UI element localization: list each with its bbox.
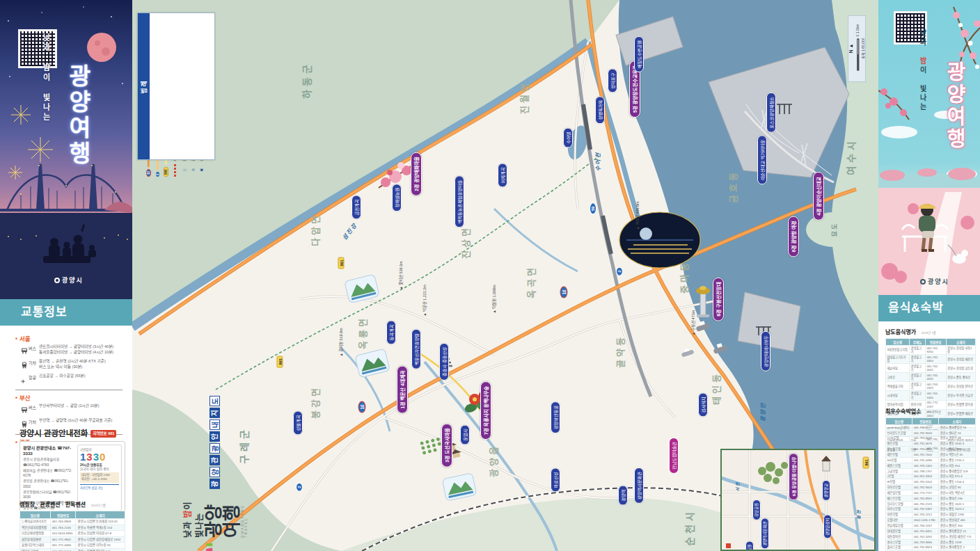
table-row: 삼대불고기초가집광양불고기061-762-4400광양시 광양읍 매천로 (886, 355, 976, 364)
table-cell: 광양시 옥곡면 신금로 (946, 391, 975, 400)
table-cell: 광양시 백운1로 33 (938, 452, 975, 458)
lodging-table: 업소명전화번호소재지good day(굿데이)061-798-8077광양시 중… (885, 417, 976, 551)
table-cell: 마린모텔 (886, 512, 912, 518)
map-label: 정병욱가옥 (595, 96, 605, 124)
cover-title: 광양여행 (61, 64, 95, 167)
scale-box: N ▲ 0 1 2km 축척 1:65,000 (848, 15, 866, 82)
table-row: 느랭이골자연리조트061-763-9909광양시 다압면 토끼재길 119-32 (20, 519, 125, 525)
table-cell: 광양시 광양읍 매천로 771 (938, 534, 975, 539)
local-route-shield: 865 (277, 356, 283, 367)
table-row: 현대장모텔061-791-8451광양시 중마중앙로 41 (886, 529, 976, 534)
city-logo-icon (920, 279, 926, 285)
table-cell: 전남제일호텔 (886, 523, 912, 529)
district-label: 옥곡면 (524, 265, 537, 298)
table-cell: 광양불고기 (910, 373, 926, 382)
table-cell: 광양시 광양읍 서천1길 (946, 346, 975, 355)
museum-label: 전남도립미술관 (669, 438, 679, 474)
left-cover-panel: 낮과 밤이 빛나는 광양여행 광양시 교통정보 •서울버스센트럴시티터미널 → … (0, 0, 132, 551)
district-label: 다압면 (308, 213, 322, 246)
table-row: 홍쌍리한옥스테이061-772-4066광양시 다압면 지막1길 55 (20, 543, 125, 549)
table-cell: 해남식당 (886, 364, 910, 373)
table-row: good day(굿데이)061-798-8077광양시 중마중앙로 56 (886, 425, 976, 431)
moon (87, 33, 116, 62)
column-header: 소재지 (938, 418, 975, 425)
table-cell: 광양시 광양읍 매천로 (946, 355, 975, 364)
table-cell: 더푸른펜션캠핑장 (20, 531, 51, 537)
phone-entry: 광양시 문화관광해설사회 ☎061)752-4783 (23, 457, 75, 468)
table-cell: 061-798-1767 (912, 468, 939, 474)
table-cell: 고바우 (886, 373, 910, 382)
district-label: 옥룡면 (356, 316, 369, 349)
traffic-info-body: •서울버스센트럴시티터미널 → 광양터미널 (3시간 40분)동서울종합터미널 … (0, 326, 132, 430)
phone-entry: 매화마을 관광안내소 ☎061)772-4178 (23, 468, 75, 479)
national-route-shield: 59 (590, 203, 596, 215)
table-row: 전남제일호텔061-794-1057광양시 중마로 300 (886, 523, 976, 529)
camping-pension-block: 캠핑장 · 관광펜션 · 한옥펜션 2023년 1월 업소명전화번호소재지느랭이… (0, 497, 132, 551)
legend-sample (174, 163, 176, 177)
column-header: 업소명 (20, 511, 51, 519)
cover-tagline: 낮과 밤이 빛나는 (917, 29, 928, 112)
island-label: 묘도 (830, 223, 839, 237)
legend-shield: 2 (156, 172, 159, 177)
hotline-kakao: 카카오톡 상담 가능 (80, 484, 119, 490)
peak-label: ▲ 쫓비산 536.5m (398, 261, 404, 289)
table-cell: 광양시 마동 백운3로 (938, 490, 975, 496)
table-cell: 광양시 광장로 48 (938, 436, 975, 441)
table-cell: 061-762-4400 (925, 355, 946, 364)
table-cell: 히어로모텔 (886, 485, 912, 490)
map-label: 김시식지 (698, 393, 708, 417)
map-label: 청매실농원 (392, 184, 402, 211)
table-row: W모텔061-792-5100광양시 중동 1704-4 (886, 479, 976, 485)
legend-shield: 10 (146, 169, 151, 177)
table-cell: 061-773-7727 (912, 490, 939, 496)
table-cell: W모텔 (886, 479, 912, 485)
table-cell: 뮤노블호텔 (886, 447, 912, 452)
map-title-sub: GWANGYANG TRAVEL (241, 495, 248, 538)
table-cell: 061-772-3802 (50, 536, 76, 543)
table-cell: 061-915-3303 (912, 474, 939, 479)
scale-content: N ▲ 0 1 2km 축척 1:65,000 (847, 24, 866, 73)
table-row: 브라운도트호텔061-792-9005광양시 센터로 16 (886, 430, 976, 436)
subtitle-letter-box: 도 (210, 396, 220, 406)
map-label: 금천계곡 (351, 195, 361, 220)
scenic-badge: 4경 광양이순신대교 (813, 172, 824, 221)
table-cell: 광양시 마동 914 (938, 463, 975, 468)
table-cell: 0502-1426-1780 (912, 518, 939, 523)
table-row: 호텔더반0502-1426-1780광양시 항만대로 465 (886, 518, 976, 523)
traffic-mode: 버스 (29, 404, 39, 410)
national-route-shield: 2 (296, 482, 303, 491)
table-cell: 미카소모텔 (886, 506, 912, 512)
table-cell: 061-761-1400 (925, 391, 946, 400)
phone-entry: 광양읍 관광안내소 ☎061)791-3302 (23, 479, 75, 490)
right-cover-panel: 낮과 밤이 빛나는 광양여행 광양시 음식&숙박 남도음식명가 2023년 1월… (878, 0, 980, 551)
table-row: SG모텔061-792-4286광양시 중동 1705-2 (886, 458, 976, 463)
table-cell: 광양시 옥룡면 백계1길 154 (76, 525, 125, 531)
table-row: 백제숯불구이광양불고기061-763-2323광양시 광양읍 인덕로 (886, 382, 976, 391)
table-cell: 061-792-9003 (912, 485, 939, 490)
table-cell: 광양시 중마로 290 (938, 495, 975, 501)
table-cell: 061-793-9080 (912, 539, 939, 545)
lodging-note: 2023년 1월 (926, 410, 941, 414)
traffic-mode: 항공 (29, 374, 39, 381)
food-lodging-header: 음식&숙박 (878, 295, 980, 321)
table-cell: 광양시 중동 1622-1 (938, 501, 975, 506)
traffic-row: 기차용산역 → 순천역 (2시간 40분·KTX 기준)버스 또는 택시 이동 … (21, 358, 122, 372)
valley-art-2 (355, 349, 390, 378)
peak-label: ▲ 백운산 1,222.2m (422, 285, 427, 317)
table-row: 고궁모텔061-798-1767광양시 중마중앙로 118 (886, 468, 976, 474)
subtitle-letter-box: 광 (210, 443, 220, 454)
map-label: 광양읍성터 (823, 515, 832, 539)
table-cell: 061-792-9005 (912, 430, 939, 436)
national-route-shield: 2 (616, 266, 623, 276)
table-cell: 광양시 중동 1318 (938, 539, 975, 545)
cover-tagline: 낮과 밤이 빛나는 (40, 33, 52, 122)
scenic-badge: 6경 광양항 야경 (788, 216, 799, 257)
table-cell: 061-763-2323 (925, 382, 946, 391)
tour-map: 범례 10고속도로2국도865지방도자전거길ⓘ관광안내소◎관광지▣휴게소 ◈시청… (132, 0, 878, 551)
map-label: 인서리공원 (745, 541, 754, 551)
table-cell: 섬진강재첩펜션 (20, 536, 51, 543)
subtitle-letter-box: 안 (210, 431, 220, 442)
table-cell: 대동장여관 (886, 534, 912, 539)
scale-note: 축척 1:65,000 (862, 38, 866, 59)
table-cell: 세븐빌모텔 (886, 490, 912, 496)
